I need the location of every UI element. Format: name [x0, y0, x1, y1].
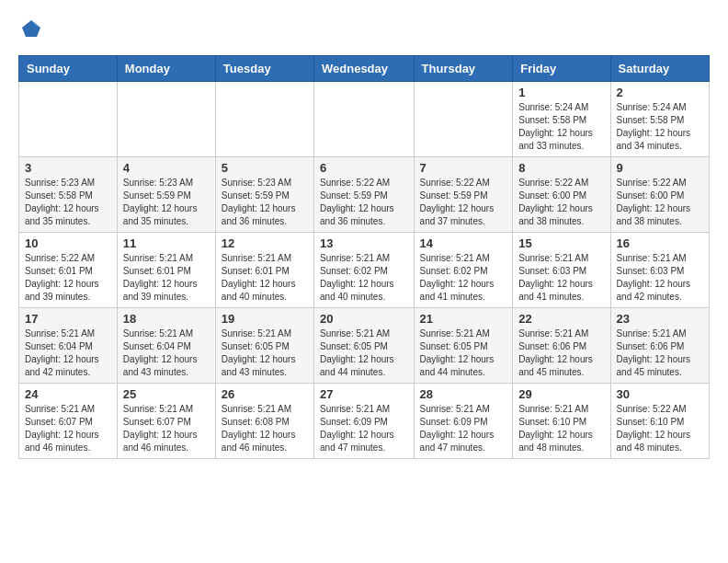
day-number: 8: [518, 161, 604, 175]
day-number: 2: [617, 86, 703, 99]
day-info: Sunrise: 5:21 AM Sunset: 6:06 PM Dayligh…: [617, 327, 703, 379]
day-number: 12: [222, 236, 308, 250]
day-info: Sunrise: 5:21 AM Sunset: 6:02 PM Dayligh…: [320, 252, 408, 304]
calendar-cell: [414, 82, 513, 157]
day-info: Sunrise: 5:22 AM Sunset: 5:59 PM Dayligh…: [420, 177, 507, 228]
calendar-cell: 20Sunrise: 5:21 AM Sunset: 6:05 PM Dayli…: [314, 308, 415, 384]
calendar-cell: 24Sunrise: 5:21 AM Sunset: 6:07 PM Dayli…: [19, 384, 118, 459]
page-header: [18, 18, 710, 40]
calendar-cell: 1Sunrise: 5:24 AM Sunset: 5:58 PM Daylig…: [513, 82, 610, 157]
calendar-cell: 26Sunrise: 5:21 AM Sunset: 6:08 PM Dayli…: [215, 384, 313, 459]
day-info: Sunrise: 5:21 AM Sunset: 6:07 PM Dayligh…: [25, 403, 111, 454]
calendar-cell: 7Sunrise: 5:22 AM Sunset: 5:59 PM Daylig…: [414, 157, 513, 233]
calendar-cell: 3Sunrise: 5:23 AM Sunset: 5:58 PM Daylig…: [19, 157, 118, 233]
day-number: 28: [420, 387, 507, 401]
calendar-cell: 15Sunrise: 5:21 AM Sunset: 6:03 PM Dayli…: [513, 233, 610, 308]
calendar-cell: 13Sunrise: 5:21 AM Sunset: 6:02 PM Dayli…: [314, 233, 415, 308]
day-number: 23: [617, 312, 703, 326]
day-info: Sunrise: 5:21 AM Sunset: 6:09 PM Dayligh…: [320, 403, 408, 454]
day-number: 26: [222, 387, 308, 401]
day-info: Sunrise: 5:21 AM Sunset: 6:03 PM Dayligh…: [617, 252, 703, 304]
calendar-cell: 4Sunrise: 5:23 AM Sunset: 5:59 PM Daylig…: [117, 157, 215, 233]
day-number: 3: [25, 161, 111, 175]
calendar-cell: 11Sunrise: 5:21 AM Sunset: 6:01 PM Dayli…: [117, 233, 215, 308]
calendar-cell: 19Sunrise: 5:21 AM Sunset: 6:05 PM Dayli…: [215, 308, 313, 384]
day-number: 18: [123, 312, 210, 326]
day-number: 21: [420, 312, 507, 326]
day-info: Sunrise: 5:21 AM Sunset: 6:05 PM Dayligh…: [420, 327, 507, 379]
day-info: Sunrise: 5:21 AM Sunset: 6:06 PM Dayligh…: [518, 327, 604, 379]
day-number: 11: [123, 236, 210, 250]
weekday-header-sunday: Sunday: [19, 56, 118, 82]
day-number: 16: [617, 236, 703, 250]
calendar-cell: 10Sunrise: 5:22 AM Sunset: 6:01 PM Dayli…: [19, 233, 118, 308]
day-info: Sunrise: 5:23 AM Sunset: 5:58 PM Dayligh…: [25, 177, 111, 228]
day-number: 29: [518, 387, 604, 401]
day-info: Sunrise: 5:21 AM Sunset: 6:05 PM Dayligh…: [320, 327, 408, 379]
day-number: 27: [320, 387, 408, 401]
day-info: Sunrise: 5:22 AM Sunset: 6:00 PM Dayligh…: [518, 177, 604, 228]
calendar-cell: 14Sunrise: 5:21 AM Sunset: 6:02 PM Dayli…: [414, 233, 513, 308]
weekday-header-monday: Monday: [117, 56, 215, 82]
day-info: Sunrise: 5:21 AM Sunset: 6:02 PM Dayligh…: [420, 252, 507, 304]
day-number: 24: [25, 387, 111, 401]
day-number: 7: [420, 161, 507, 175]
day-info: Sunrise: 5:22 AM Sunset: 6:10 PM Dayligh…: [617, 403, 703, 454]
calendar-cell: 6Sunrise: 5:22 AM Sunset: 5:59 PM Daylig…: [314, 157, 415, 233]
day-info: Sunrise: 5:21 AM Sunset: 6:05 PM Dayligh…: [222, 327, 308, 379]
calendar-table: SundayMondayTuesdayWednesdayThursdayFrid…: [18, 55, 710, 459]
calendar-cell: 9Sunrise: 5:22 AM Sunset: 6:00 PM Daylig…: [610, 157, 709, 233]
calendar-cell: 27Sunrise: 5:21 AM Sunset: 6:09 PM Dayli…: [314, 384, 415, 459]
day-info: Sunrise: 5:21 AM Sunset: 6:10 PM Dayligh…: [518, 403, 604, 454]
calendar-cell: 5Sunrise: 5:23 AM Sunset: 5:59 PM Daylig…: [215, 157, 313, 233]
calendar-cell: 2Sunrise: 5:24 AM Sunset: 5:58 PM Daylig…: [610, 82, 709, 157]
day-number: 30: [617, 387, 703, 401]
day-number: 6: [320, 161, 408, 175]
day-number: 4: [123, 161, 210, 175]
day-number: 20: [320, 312, 408, 326]
logo: [18, 18, 42, 40]
day-number: 14: [420, 236, 507, 250]
day-info: Sunrise: 5:23 AM Sunset: 5:59 PM Dayligh…: [123, 177, 210, 228]
calendar-cell: [314, 82, 415, 157]
calendar-cell: 16Sunrise: 5:21 AM Sunset: 6:03 PM Dayli…: [610, 233, 709, 308]
day-info: Sunrise: 5:21 AM Sunset: 6:09 PM Dayligh…: [420, 403, 507, 454]
calendar-cell: 18Sunrise: 5:21 AM Sunset: 6:04 PM Dayli…: [117, 308, 215, 384]
day-info: Sunrise: 5:22 AM Sunset: 6:01 PM Dayligh…: [25, 252, 111, 304]
calendar-cell: 28Sunrise: 5:21 AM Sunset: 6:09 PM Dayli…: [414, 384, 513, 459]
calendar-cell: 8Sunrise: 5:22 AM Sunset: 6:00 PM Daylig…: [513, 157, 610, 233]
calendar-cell: 17Sunrise: 5:21 AM Sunset: 6:04 PM Dayli…: [19, 308, 118, 384]
day-info: Sunrise: 5:21 AM Sunset: 6:04 PM Dayligh…: [25, 327, 111, 379]
day-info: Sunrise: 5:23 AM Sunset: 5:59 PM Dayligh…: [222, 177, 308, 228]
day-number: 17: [25, 312, 111, 326]
weekday-header-thursday: Thursday: [414, 56, 513, 82]
day-number: 1: [518, 86, 604, 99]
day-number: 5: [222, 161, 308, 175]
day-number: 13: [320, 236, 408, 250]
day-info: Sunrise: 5:22 AM Sunset: 5:59 PM Dayligh…: [320, 177, 408, 228]
day-number: 25: [123, 387, 210, 401]
logo-icon: [20, 18, 42, 40]
svg-marker-0: [22, 20, 40, 37]
day-number: 19: [222, 312, 308, 326]
day-info: Sunrise: 5:21 AM Sunset: 6:04 PM Dayligh…: [123, 327, 210, 379]
calendar-cell: [19, 82, 118, 157]
calendar-cell: 30Sunrise: 5:22 AM Sunset: 6:10 PM Dayli…: [610, 384, 709, 459]
day-info: Sunrise: 5:24 AM Sunset: 5:58 PM Dayligh…: [617, 101, 703, 153]
weekday-header-friday: Friday: [513, 56, 610, 82]
calendar-cell: 29Sunrise: 5:21 AM Sunset: 6:10 PM Dayli…: [513, 384, 610, 459]
day-number: 10: [25, 236, 111, 250]
calendar-cell: 22Sunrise: 5:21 AM Sunset: 6:06 PM Dayli…: [513, 308, 610, 384]
day-number: 9: [617, 161, 703, 175]
day-info: Sunrise: 5:21 AM Sunset: 6:08 PM Dayligh…: [222, 403, 308, 454]
weekday-header-tuesday: Tuesday: [215, 56, 313, 82]
weekday-header-saturday: Saturday: [610, 56, 709, 82]
calendar-cell: [117, 82, 215, 157]
day-info: Sunrise: 5:21 AM Sunset: 6:07 PM Dayligh…: [123, 403, 210, 454]
day-info: Sunrise: 5:22 AM Sunset: 6:00 PM Dayligh…: [617, 177, 703, 228]
day-info: Sunrise: 5:21 AM Sunset: 6:01 PM Dayligh…: [123, 252, 210, 304]
calendar-cell: 21Sunrise: 5:21 AM Sunset: 6:05 PM Dayli…: [414, 308, 513, 384]
day-number: 15: [518, 236, 604, 250]
calendar-cell: 25Sunrise: 5:21 AM Sunset: 6:07 PM Dayli…: [117, 384, 215, 459]
calendar-cell: 23Sunrise: 5:21 AM Sunset: 6:06 PM Dayli…: [610, 308, 709, 384]
